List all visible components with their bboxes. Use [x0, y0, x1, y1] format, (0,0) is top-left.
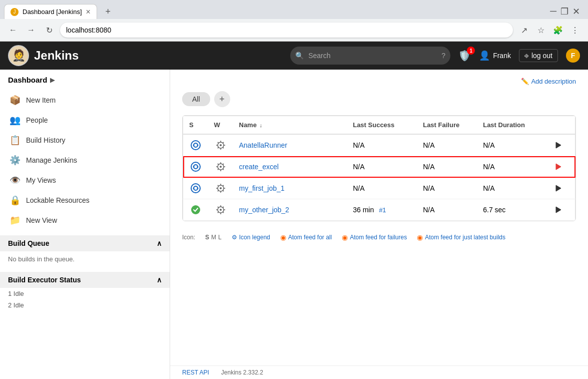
weather-cell	[208, 156, 233, 178]
build-queue-collapse-icon[interactable]: ∧	[157, 239, 162, 247]
build-executor-section[interactable]: Build Executor Status ∧	[0, 272, 170, 288]
profile-avatar[interactable]: F	[566, 49, 580, 63]
add-tab-button[interactable]: +	[214, 91, 230, 107]
feed-all-icon: ◉	[280, 233, 286, 241]
browser-menu-icon[interactable]: ⋮	[568, 23, 582, 37]
sidebar-item-manage-jenkins[interactable]: ⚙️ Manage Jenkins	[4, 150, 166, 170]
svg-point-30	[191, 184, 200, 193]
icon-legend-link[interactable]: ⚙ Icon legend	[232, 234, 270, 241]
user-info[interactable]: 👤 Frank	[479, 50, 511, 61]
svg-line-55	[217, 212, 218, 213]
content-footer: Icon: S M L ⚙ Icon legend ◉ Atom feed fo…	[182, 233, 576, 241]
job-name-link[interactable]: AnatellaRunner	[239, 141, 288, 149]
back-button[interactable]: ←	[6, 23, 20, 37]
svg-line-11	[222, 147, 223, 148]
col-header-name[interactable]: Name ↓	[233, 116, 347, 135]
tab-all[interactable]: All	[182, 92, 210, 106]
svg-line-52	[217, 207, 218, 208]
last-success-value: N/A	[353, 163, 364, 171]
sidebar-item-label: Manage Jenkins	[26, 156, 77, 164]
logout-button[interactable]: ⎆ log out	[519, 49, 558, 62]
tab-close-button[interactable]: ×	[86, 8, 91, 16]
weather-icon	[214, 140, 227, 151]
run-button[interactable]	[553, 183, 563, 193]
extensions-icon[interactable]: 🧩	[551, 23, 565, 37]
refresh-button[interactable]: ↻	[42, 23, 56, 37]
sidebar-item-lockable-resources[interactable]: 🔒 Lockable Resources	[4, 190, 166, 210]
last-failure-cell: N/A	[417, 178, 477, 199]
jobs-table-container: S W Name ↓ Last Success Last Failure Las…	[182, 115, 576, 221]
sidebar-item-new-item[interactable]: 📦 New Item	[4, 90, 166, 110]
run-button[interactable]	[553, 162, 563, 172]
size-l[interactable]: L	[218, 234, 222, 241]
atom-feed-latest-link[interactable]: ◉ Atom feed for just latest builds	[417, 233, 505, 241]
atom-feed-latest-label: Atom feed for just latest builds	[425, 234, 505, 241]
weather-cell	[208, 199, 233, 221]
svg-point-33	[197, 188, 198, 189]
atom-feed-all-label: Atom feed for all	[288, 234, 332, 241]
rest-api-link[interactable]: REST API	[182, 369, 209, 376]
icon-legend-label: Icon legend	[239, 234, 270, 241]
address-bar[interactable]	[60, 23, 513, 38]
sidebar-item-people[interactable]: 👥 People	[4, 110, 166, 130]
run-button[interactable]	[553, 205, 563, 215]
breadcrumb[interactable]: Dashboard ▶	[0, 70, 170, 90]
weather-icon	[214, 183, 227, 194]
col-header-duration: Last Duration	[477, 116, 547, 135]
user-icon: 👤	[479, 50, 490, 61]
search-help-icon[interactable]: ?	[441, 52, 445, 60]
job-name-link[interactable]: create_excel	[239, 163, 279, 171]
browser-tab[interactable]: J Dashboard [Jenkins] ×	[4, 4, 97, 19]
status-icon	[189, 140, 202, 151]
alert-count: 1	[467, 47, 475, 55]
atom-feed-failures-link[interactable]: ◉ Atom feed for failures	[342, 233, 407, 241]
icon-label: Icon:	[182, 234, 195, 241]
last-failure-cell: N/A	[417, 134, 477, 156]
table-header-row: S W Name ↓ Last Success Last Failure Las…	[183, 116, 575, 135]
sidebar-item-build-history[interactable]: 📋 Build History	[4, 130, 166, 150]
build-queue-section[interactable]: Build Queue ∧	[0, 235, 170, 251]
main-content: ✏️ Add description All + S W Name	[170, 70, 588, 379]
share-icon[interactable]: ↗	[517, 23, 531, 37]
add-description-button[interactable]: ✏️ Add description	[521, 78, 576, 85]
bookmark-icon[interactable]: ☆	[534, 23, 548, 37]
sidebar-item-label: New Item	[26, 96, 56, 104]
last-failure-cell: N/A	[417, 156, 477, 178]
sidebar-item-new-view[interactable]: 📁 New View	[4, 210, 166, 230]
alert-badge[interactable]: 🛡️ 1	[458, 50, 471, 62]
status-cell	[183, 199, 208, 221]
name-cell: my_other_job_2	[233, 199, 347, 221]
job-name-link[interactable]: my_first_job_1	[239, 184, 285, 192]
window-restore-icon[interactable]: ❐	[560, 6, 568, 17]
new-tab-button[interactable]: +	[101, 5, 115, 19]
run-cell	[547, 178, 575, 199]
svg-point-32	[193, 188, 194, 189]
svg-point-18	[197, 166, 198, 168]
executor-2-status: Idle	[14, 301, 24, 309]
window-minimize-icon[interactable]: ─	[550, 6, 556, 17]
build-executor-collapse-icon[interactable]: ∧	[157, 276, 162, 284]
window-close-icon[interactable]: ✕	[572, 6, 580, 17]
feed-failures-icon: ◉	[342, 233, 348, 241]
atom-feed-all-link[interactable]: ◉ Atom feed for all	[280, 233, 332, 241]
new-item-icon: 📦	[9, 94, 21, 106]
last-success-cell: 36 min #1	[347, 199, 417, 221]
weather-cell	[208, 134, 233, 156]
job-name-link[interactable]: my_other_job_2	[239, 206, 289, 214]
weather-icon	[214, 204, 227, 215]
forward-button[interactable]: →	[24, 23, 38, 37]
svg-line-40	[217, 185, 218, 186]
last-success-cell: N/A	[347, 178, 417, 199]
size-s[interactable]: S	[205, 234, 209, 241]
last-duration-cell: N/A	[477, 178, 547, 199]
search-input[interactable]	[290, 47, 450, 65]
jenkins-logo[interactable]: 🤵 Jenkins	[8, 45, 79, 66]
weather-cell	[208, 178, 233, 199]
svg-marker-44	[556, 185, 561, 191]
size-m[interactable]: M	[211, 234, 216, 241]
success-link[interactable]: #1	[379, 206, 386, 214]
sidebar-item-my-views[interactable]: 👁️ My Views	[4, 170, 166, 190]
last-success-value: N/A	[353, 184, 364, 192]
run-button[interactable]	[553, 140, 563, 150]
jenkins-version: Jenkins 2.332.2	[221, 369, 263, 376]
